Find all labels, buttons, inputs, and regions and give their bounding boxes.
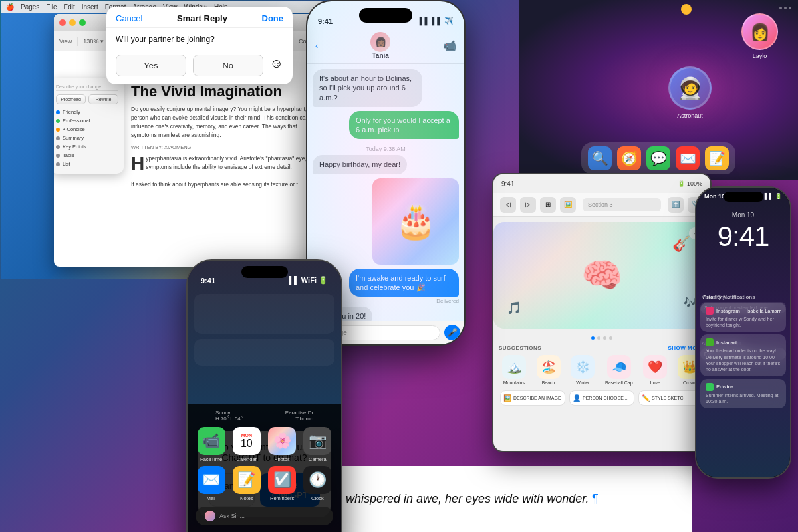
phone-homescreen: Sunny H:70° L:54° Paradise Dr Tiburon 📹 … [188, 404, 341, 532]
wt-friendly[interactable]: Friendly [63, 109, 80, 115]
smart-reply-no[interactable]: No [193, 55, 263, 76]
pages-author: WRITTEN BY: XIAOMENG [131, 144, 323, 150]
weather-temp: H:70° L:54° [215, 416, 243, 422]
suggestions-row: 🏔️ Mountains 🏖️ Beach ❄️ Winter 🧢 Baseba… [499, 355, 705, 385]
ipad-url-bar[interactable]: Section 3 [583, 198, 661, 211]
edit-menu-item[interactable]: Edit [63, 3, 74, 11]
minimize-button[interactable] [69, 19, 76, 26]
maximize-button[interactable] [79, 19, 86, 26]
smart-reply-title: Smart Reply [177, 13, 227, 23]
smart-reply-cancel[interactable]: Cancel [116, 13, 142, 23]
laylo-label: Laylo [753, 53, 767, 59]
cgpt-signal: ▌▌ WiFi 🔋 [289, 276, 328, 285]
wt-table[interactable]: Table [63, 152, 74, 158]
photos-icon: 🌸 [268, 427, 296, 455]
app-photos[interactable]: 🌸 Photos [267, 427, 298, 462]
smart-reply-question: Will your partner be joining? [106, 28, 293, 51]
suggestion-love[interactable]: ❤️ Love [643, 355, 667, 385]
facetime-icon: 📹 [198, 427, 225, 455]
app-notes[interactable]: 📝 Notes [231, 466, 262, 501]
file-menu-item[interactable]: File [46, 3, 57, 11]
insert-menu-item[interactable]: Insert [82, 3, 98, 11]
wt-dot-concise [56, 128, 60, 132]
dock-icon-mail[interactable]: ✉️ [676, 146, 700, 170]
dots-indicator [493, 334, 710, 342]
wt-dot-table [56, 154, 60, 158]
nav-btn-2[interactable]: ▷ [520, 197, 536, 213]
ipad-image-card: 🧠 🎸 🎵 🎶 ··· [493, 222, 710, 329]
dock-icon-safari[interactable]: 🧭 [617, 146, 641, 170]
instagram-icon [706, 307, 714, 315]
notif-text-1: Invite for dinner w Sandy and her boyfri… [706, 316, 781, 328]
app-clock[interactable]: 🕐 Clock [302, 466, 333, 501]
nav-btn-share[interactable]: ⬆️ [668, 197, 684, 213]
dock-icon-finder[interactable]: 🔍 [588, 146, 612, 170]
mail-icon: ✉️ [198, 466, 225, 494]
ipad-main-content: Create 🧠 🎸 🎵 🎶 ··· SUG [493, 222, 710, 408]
writing-tools-popover: Describe your change Proofread Rewrite F… [54, 78, 124, 174]
dock-icon-notes[interactable]: 📝 [705, 146, 729, 170]
notif-app-name-2: Instacart [716, 340, 737, 346]
nav-btn-4[interactable]: 🖼️ [560, 197, 576, 213]
wt-concise[interactable]: + Concise [63, 126, 85, 132]
wt-professional[interactable]: Professional [63, 118, 90, 124]
ipad-statusbar: 9:41 🔋 100% [493, 174, 710, 193]
action-row: 🖼️ DESCRIBE AN IMAGE 👤 PERSON CHOOSE... … [499, 390, 705, 406]
pages-menu-item[interactable]: Pages [21, 3, 39, 11]
ir-day-location: Mon 10 [704, 193, 725, 200]
suggestion-beach[interactable]: 🏖️ Beach [537, 355, 561, 385]
dock-icon-messages[interactable]: 💬 [646, 146, 670, 170]
app-facetime[interactable]: 📹 FaceTime [196, 427, 227, 462]
smart-reply-yes[interactable]: Yes [116, 55, 186, 76]
ir-date: Mon 10 [696, 211, 790, 219]
notes-icon: 📝 [233, 466, 261, 494]
app-camera[interactable]: 📷 Camera [302, 427, 333, 462]
suggestion-winter[interactable]: ❄️ Winter [571, 355, 595, 385]
notif-instacart[interactable]: Instacart Your Instacart order is on the… [700, 334, 786, 376]
suggestions-title: SUGGESTIONS [499, 345, 541, 351]
smart-reply-done[interactable]: Done [262, 13, 284, 23]
ipad-time: 9:41 [501, 180, 514, 188]
app-calendar[interactable]: MON 10 Calendar [231, 427, 262, 462]
app-mail[interactable]: ✉️ Mail [196, 466, 227, 501]
suggestion-baseball-cap[interactable]: 🧢 Baseball Cap [605, 355, 633, 385]
notif-text-3: Summer interns arrived. Meeting at 10:30… [706, 392, 781, 404]
toolbar-zoom[interactable]: 138% ▾ [83, 38, 104, 45]
wt-rewrite-btn[interactable]: Rewrite [88, 94, 118, 104]
wt-list[interactable]: List [63, 161, 70, 167]
wt-keypoints[interactable]: Key Points [63, 144, 86, 150]
macos-right-device: 👩 Laylo 🧑‍🚀 Astronaut 🔍 🧭 💬 ✉️ 📝 [519, 0, 798, 180]
toolbar-view[interactable]: View [59, 38, 72, 45]
ipad-status-icons: 🔋 100% [678, 180, 702, 187]
action-style-sketch[interactable]: ✏️ STYLE SKETCH [638, 390, 704, 406]
cgpt-time: 9:41 [201, 277, 215, 285]
notifications-panel: Priority Notifications Instagram Isabell… [700, 294, 786, 411]
action-person-choose[interactable]: 👤 PERSON CHOOSE... [569, 390, 634, 406]
suggestions-section: SUGGESTIONS SHOW MORE 🏔️ Mountains 🏖️ Be… [493, 342, 710, 408]
ir-notch [724, 192, 763, 202]
home-icons-grid: 📹 FaceTime MON 10 Calendar 🌸 Photos 📷 [188, 424, 341, 504]
close-button[interactable] [59, 19, 66, 26]
wt-summary[interactable]: Summary [63, 135, 84, 141]
calendar-icon: MON 10 [233, 427, 261, 455]
notif-sender-1: Isabella Lamarr [747, 309, 781, 313]
wt-proofread-btn[interactable]: Proofread [56, 94, 86, 104]
app-reminders[interactable]: ☑️ Reminders [267, 466, 298, 501]
notif-sender-3: Edwina [716, 384, 733, 390]
suggestion-mountains[interactable]: 🏔️ Mountains [502, 355, 526, 385]
dock: 🔍 🧭 💬 ✉️ 📝 [581, 142, 735, 174]
nav-btn-1[interactable]: ◁ [500, 197, 516, 213]
pilcrow-mark: ¶ [592, 492, 598, 505]
find-my: Paradise Dr Tiburon [285, 410, 313, 422]
notif-instagram[interactable]: Instagram Isabella Lamarr Invite for din… [700, 303, 786, 332]
messages-icon [706, 383, 714, 391]
notif-messages[interactable]: Edwina Summer interns arrived. Meeting a… [700, 379, 786, 408]
smart-reply-emoji: ☺️ [270, 55, 283, 76]
action-describe-image[interactable]: 🖼️ DESCRIBE AN IMAGE [500, 390, 565, 406]
reminders-icon: ☑️ [268, 466, 296, 494]
nav-btn-3[interactable]: ⊞ [540, 197, 556, 213]
text-page-text: whispered in awe, her eyes wide with won… [346, 492, 589, 505]
wt-dot-summary [56, 136, 60, 140]
astronaut-label: Astronaut [677, 112, 703, 119]
siri-bar[interactable]: Ask Siri... [196, 507, 333, 525]
